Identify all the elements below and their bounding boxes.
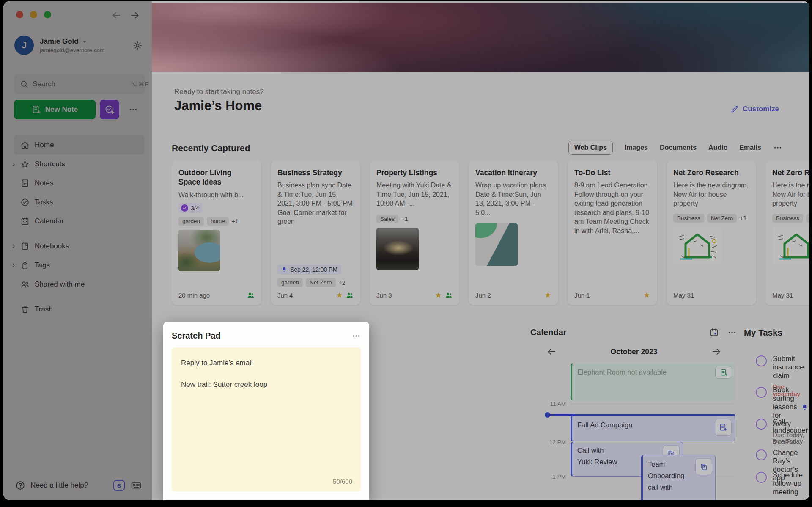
keyboard-shortcuts-icon[interactable]: [130, 480, 143, 491]
scratch-pad-editor[interactable]: Reply to Jamie’s email New trail: Sutter…: [172, 347, 361, 491]
note-thumbnail: [772, 227, 809, 264]
scratch-pad-title: Scratch Pad: [172, 331, 221, 341]
task-row[interactable]: Change Ray’s doctor’s app: [744, 449, 804, 471]
note-card-title: Net Zero Research: [673, 168, 749, 177]
task-row[interactable]: Book surfing lessons for Avery Due Today…: [744, 386, 804, 418]
scratch-pad-more-icon[interactable]: [351, 331, 361, 341]
calendar-today-icon[interactable]: [709, 328, 719, 337]
next-month-arrow-icon[interactable]: [711, 347, 721, 357]
event-copy-note-icon[interactable]: [695, 458, 712, 475]
task-check-icon: [181, 204, 188, 212]
sidebar-item-notebooks[interactable]: Notebooks: [3, 237, 152, 256]
tag-pill[interactable]: home: [207, 217, 229, 226]
filters-more-icon[interactable]: [773, 143, 782, 152]
tag-pill[interactable]: garden: [178, 217, 204, 226]
user-email: jamiegold@evernote.com: [40, 47, 133, 53]
note-card[interactable]: To-Do List 8-9 am Lead Generation Follow…: [568, 161, 657, 305]
account-switcher[interactable]: Jamie Gold jamiegold@evernote.com: [40, 37, 133, 53]
calendar-more-icon[interactable]: [727, 328, 737, 337]
task-checkbox[interactable]: [756, 387, 767, 398]
prev-month-arrow-icon[interactable]: [546, 347, 557, 357]
tag-pill[interactable]: Net Zero: [306, 278, 336, 287]
tags-more-count: +1: [232, 218, 239, 225]
note-card-title: Business Strategy: [277, 168, 354, 177]
calendar-event-elephant-room[interactable]: Elephant Room not available: [571, 363, 735, 400]
sidebar-item-trash[interactable]: Trash: [3, 300, 152, 319]
my-tasks-widget: My Tasks Submit insurance claim Due yest…: [744, 328, 804, 493]
note-card[interactable]: Vacation Itinerary Wrap up vacation plan…: [469, 161, 558, 305]
capture-filters: Web Clips Images Documents Audio Emails: [568, 141, 782, 155]
task-checkbox[interactable]: [756, 419, 767, 430]
note-date: May 31: [772, 292, 793, 299]
sidebar-item-tags[interactable]: Tags: [3, 256, 152, 275]
new-task-button[interactable]: [100, 100, 119, 119]
filter-web-clips[interactable]: Web Clips: [568, 141, 613, 155]
search-bar[interactable]: ⌥⌘F: [14, 74, 145, 94]
note-card-snippet: Business plan sync Date & Time:Tue, Jun …: [277, 181, 354, 226]
task-row[interactable]: Schedule follow-up meeting: [744, 471, 804, 493]
event-add-note-icon[interactable]: [715, 419, 732, 436]
note-card-title: To-Do List: [574, 168, 650, 177]
gear-icon[interactable]: [133, 41, 143, 50]
sidebar-item-calendar[interactable]: Calendar: [3, 212, 152, 231]
sidebar-item-shared-with-me[interactable]: Shared with me: [3, 275, 152, 294]
help-row[interactable]: Need a little help? 6: [15, 480, 143, 491]
filter-documents[interactable]: Documents: [660, 144, 697, 152]
task-checkbox[interactable]: [756, 449, 767, 460]
sidebar: J Jamie Gold jamiegold@evernote.com ⌥⌘F …: [3, 1, 152, 500]
forward-arrow-icon[interactable]: [130, 10, 140, 20]
close-window-button[interactable]: [16, 11, 23, 18]
filter-emails[interactable]: Emails: [739, 144, 761, 152]
bell-icon: [281, 267, 287, 273]
shared-icon: [346, 291, 354, 299]
note-date: 20 min ago: [178, 292, 210, 299]
tag-pill[interactable]: Net Zero: [707, 214, 737, 223]
tag-pill[interactable]: garden: [277, 278, 303, 287]
tag-pill[interactable]: Sales: [376, 215, 398, 223]
chevron-right-icon[interactable]: [10, 262, 17, 269]
filter-images[interactable]: Images: [625, 144, 648, 152]
minimize-window-button[interactable]: [30, 11, 37, 18]
note-card[interactable]: Net Zero Research Here is the new diagra…: [667, 161, 756, 305]
my-tasks-heading: My Tasks: [744, 328, 804, 338]
note-card[interactable]: Outdoor Living Space Ideas Walk-through …: [172, 161, 261, 305]
task-checkbox[interactable]: [756, 355, 767, 366]
sidebar-item-shortcuts[interactable]: Shortcuts: [3, 154, 152, 174]
tag-pill[interactable]: Net Zero: [806, 214, 809, 223]
new-note-button[interactable]: New Note: [14, 100, 96, 119]
note-plus-icon: [32, 105, 41, 114]
note-card-title: Outdoor Living Space Ideas: [178, 168, 255, 187]
hour-gridline: [571, 404, 735, 404]
notification-count-badge[interactable]: 6: [113, 480, 125, 491]
note-card-snippet: Walk-through with b...: [178, 190, 255, 199]
filter-audio[interactable]: Audio: [708, 144, 727, 152]
chevron-right-icon[interactable]: [10, 243, 17, 250]
customize-button[interactable]: Customize: [730, 105, 779, 113]
back-arrow-icon[interactable]: [111, 10, 121, 20]
hour-label: 1 PM: [530, 474, 566, 480]
trash-icon: [20, 305, 35, 314]
sidebar-item-home[interactable]: Home: [14, 135, 144, 154]
sidebar-item-notes[interactable]: Notes: [3, 174, 152, 193]
ellipsis-icon: [129, 105, 138, 114]
shared-icon: [247, 291, 255, 299]
calendar-event-team-onboarding[interactable]: Team Onboarding call with: [641, 455, 716, 500]
tag-pill[interactable]: Business: [772, 214, 803, 223]
sidebar-more-button[interactable]: [123, 100, 143, 119]
avatar[interactable]: J: [14, 36, 34, 55]
zoom-window-button[interactable]: [44, 11, 51, 18]
sidebar-item-tasks[interactable]: Tasks: [3, 193, 152, 212]
note-card[interactable]: Net Zero Research Here is the new diagra…: [765, 161, 809, 305]
search-input[interactable]: [33, 80, 126, 88]
event-add-note-icon[interactable]: [715, 366, 732, 379]
tag-pill[interactable]: Business: [673, 214, 704, 223]
task-row[interactable]: Call landscaper Due Today: [744, 418, 804, 449]
task-row[interactable]: Submit insurance claim Due yesterday: [744, 355, 804, 386]
note-card-title: Net Zero Research: [772, 168, 809, 177]
task-checkbox[interactable]: [756, 472, 767, 483]
note-card[interactable]: Business Strategy Business plan sync Dat…: [271, 161, 360, 305]
calendar-month-label: October 2023: [557, 347, 711, 356]
chevron-right-icon[interactable]: [10, 161, 17, 168]
calendar-event-fall-ad-campaign[interactable]: Fall Ad Campaign: [571, 416, 735, 441]
note-card[interactable]: Property Listings Meeting with Yuki Date…: [370, 161, 459, 305]
